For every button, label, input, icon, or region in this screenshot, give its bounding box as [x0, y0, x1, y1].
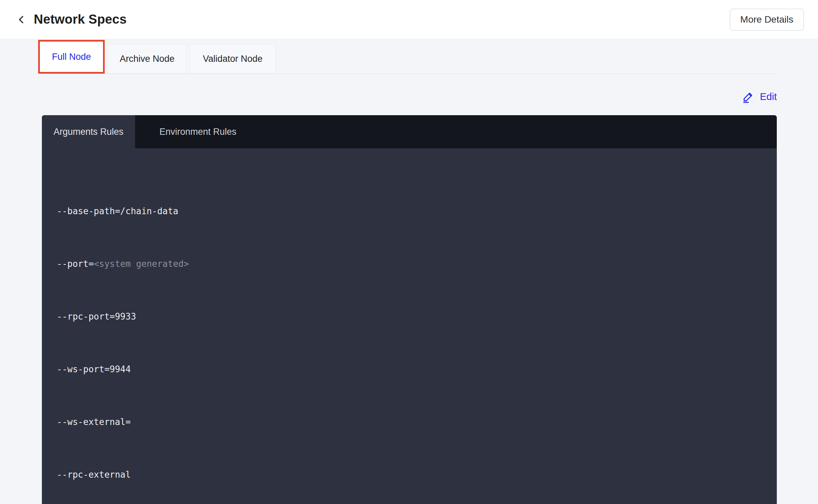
code-line: --base-path=/chain-data [57, 202, 762, 220]
rules-panel: Arguments Rules Environment Rules --base… [42, 115, 777, 504]
page-title: Network Specs [34, 12, 127, 27]
rules-edit-button[interactable]: Edit [742, 89, 777, 104]
tabs-underline [42, 74, 777, 74]
tab-archive-node[interactable]: Archive Node [107, 44, 187, 74]
more-details-button[interactable]: More Details [730, 9, 804, 30]
arguments-rules-code: --base-path=/chain-data --port=<system g… [42, 148, 777, 504]
node-type-tabs: Full Node Archive Node Validator Node [42, 40, 777, 74]
code-line: --port=<system generated> [57, 255, 762, 273]
pencil-icon [742, 90, 755, 103]
header-left: Network Specs [16, 12, 127, 27]
rules-edit-row: Edit [42, 89, 777, 104]
code-line: --ws-external= [57, 413, 762, 431]
tab-environment-rules[interactable]: Environment Rules [135, 115, 261, 148]
annotation-box-full-node: Full Node [38, 40, 105, 74]
code-line: --rpc-external [57, 466, 762, 483]
top-header: Network Specs More Details [0, 0, 818, 39]
rules-tab-bar: Arguments Rules Environment Rules [42, 115, 777, 148]
code-line: --rpc-port=9933 [57, 308, 762, 325]
tab-full-node[interactable]: Full Node [40, 42, 103, 72]
main-content: Full Node Archive Node Validator Node Ed… [42, 40, 777, 504]
rules-edit-label: Edit [760, 91, 777, 102]
tab-arguments-rules[interactable]: Arguments Rules [42, 115, 135, 148]
tab-validator-node[interactable]: Validator Node [190, 44, 276, 74]
back-chevron-icon[interactable] [16, 14, 27, 25]
code-line: --ws-port=9944 [57, 360, 762, 378]
